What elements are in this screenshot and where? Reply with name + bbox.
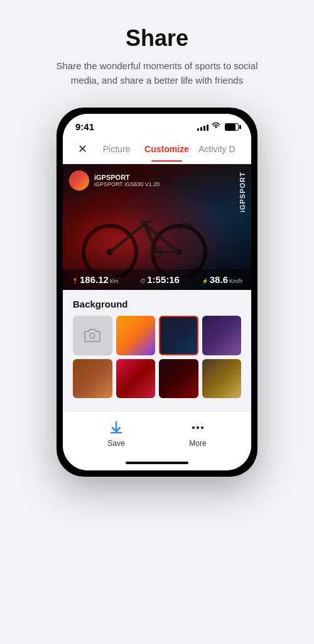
tab-customize[interactable]: Customize [141, 136, 193, 162]
activity-image: iGPSPORT iGPSPORT iGPSPORT iGS630 V1.20 … [63, 164, 251, 290]
stat-distance: 📍 186.12 Km [72, 274, 118, 285]
phone-frame: 9:41 [57, 108, 257, 477]
time-icon: ⏱ [140, 278, 146, 284]
bg-thumb-dark[interactable] [159, 359, 198, 399]
svg-point-7 [197, 426, 199, 429]
background-grid-row1 [73, 316, 241, 355]
status-icons [197, 122, 239, 131]
speed-icon: ⚡ [202, 278, 208, 284]
speed-value: 38.6 [210, 274, 228, 285]
bike-illustration [75, 189, 214, 277]
camera-icon [84, 328, 101, 343]
bg-thumb-gold[interactable] [202, 359, 242, 399]
page-title: Share [50, 25, 264, 52]
download-icon [107, 419, 125, 436]
distance-value: 186.12 [80, 274, 109, 285]
page-subtitle: Share the wonderful moments of sports to… [50, 59, 264, 87]
stat-speed: ⚡ 38.6 Km/h [202, 274, 242, 285]
status-bar: 9:41 [63, 114, 251, 135]
bg-thumb-warm[interactable] [116, 316, 156, 355]
status-time: 9:41 [75, 121, 94, 132]
wifi-icon [212, 122, 220, 131]
save-button[interactable]: Save [97, 419, 135, 448]
home-indicator [63, 458, 251, 470]
tab-activity-d[interactable]: Activity D [193, 136, 241, 162]
time-value: 1:55:16 [147, 274, 180, 285]
speed-unit: Km/h [229, 278, 242, 284]
battery-icon [225, 123, 239, 131]
bg-thumb-red[interactable] [116, 359, 156, 399]
bg-thumb-brown[interactable] [73, 359, 112, 399]
more-icon [189, 419, 207, 436]
action-bar: Save More [63, 411, 251, 458]
user-name: iGPSPORT [94, 174, 160, 181]
tab-bar: ✕ Picture Customize Activity D [63, 135, 251, 164]
distance-unit: Km [110, 278, 119, 284]
svg-point-5 [90, 333, 95, 338]
watermark: iGPSPORT [239, 172, 246, 213]
save-label: Save [107, 439, 124, 448]
home-bar [126, 462, 188, 464]
user-info: iGPSPORT iGPSPORT iGS630 V1.20 [69, 170, 160, 191]
more-button[interactable]: More [179, 419, 217, 448]
distance-icon: 📍 [72, 278, 78, 284]
more-label: More [189, 439, 206, 448]
bg-thumb-purple[interactable] [202, 316, 242, 355]
svg-point-8 [201, 426, 203, 429]
background-grid-row2 [73, 359, 241, 399]
bg-thumb-camera[interactable] [73, 316, 112, 355]
tab-picture[interactable]: Picture [92, 136, 141, 162]
signal-icon [197, 123, 208, 131]
avatar [69, 170, 89, 191]
background-title: Background [73, 299, 241, 309]
svg-point-6 [192, 426, 195, 429]
stats-bar: 📍 186.12 Km ⏱ 1:55:16 ⚡ 38.6 Km/h [63, 269, 251, 290]
bg-thumb-selected[interactable] [159, 316, 198, 355]
close-button[interactable]: ✕ [73, 135, 92, 164]
phone-inner: 9:41 [63, 114, 251, 470]
stat-time: ⏱ 1:55:16 [140, 274, 180, 285]
device-info: iGPSPORT iGS630 V1.20 [94, 181, 160, 187]
background-section: Background [63, 290, 251, 411]
user-text: iGPSPORT iGPSPORT iGS630 V1.20 [94, 174, 160, 187]
